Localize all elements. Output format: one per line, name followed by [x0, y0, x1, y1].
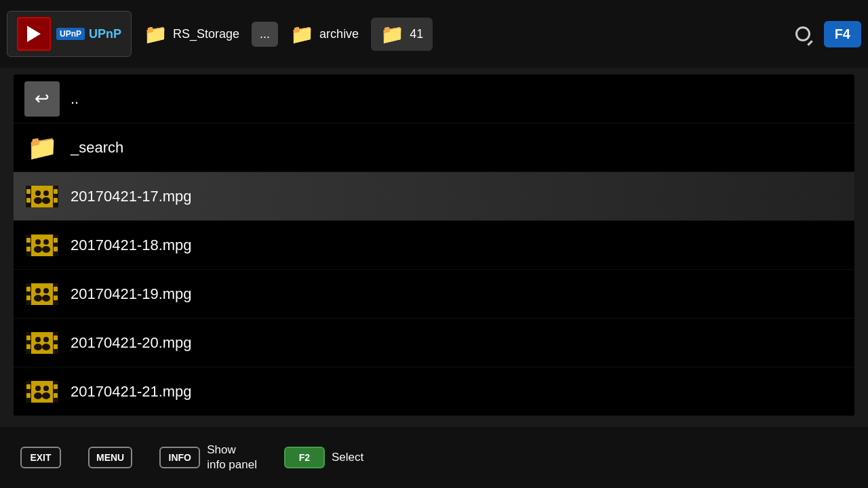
- video-camera-svg-2: [26, 232, 58, 259]
- svg-rect-28: [54, 296, 58, 300]
- svg-point-32: [42, 295, 50, 302]
- upnp-label: UPnP UPnP: [56, 27, 121, 41]
- svg-rect-46: [53, 381, 58, 403]
- f2-button[interactable]: F2 Select: [284, 447, 363, 468]
- svg-rect-25: [26, 287, 31, 291]
- svg-rect-17: [54, 247, 58, 251]
- search-button[interactable]: [787, 18, 818, 49]
- svg-rect-1: [26, 186, 31, 207]
- f2-badge[interactable]: F2: [284, 447, 325, 468]
- top-right-controls: F4: [787, 18, 861, 49]
- svg-rect-48: [26, 393, 31, 398]
- video-label-2: 20170421-18.mpg: [71, 237, 192, 254]
- svg-rect-34: [26, 332, 31, 354]
- svg-rect-2: [53, 186, 58, 207]
- back-row[interactable]: ↩ ..: [14, 75, 854, 123]
- upnp-nav-item[interactable]: UPnP UPnP: [7, 11, 132, 57]
- video-row-3[interactable]: 20170421-19.mpg: [14, 270, 854, 319]
- svg-point-7: [35, 190, 41, 196]
- menu-badge[interactable]: MENU: [88, 447, 132, 468]
- svg-rect-27: [54, 287, 58, 291]
- file-list: ↩ .. 📁 _search 20170421-17: [14, 75, 854, 416]
- video-row-2[interactable]: 20170421-18.mpg: [14, 221, 854, 270]
- svg-rect-24: [53, 283, 58, 305]
- svg-rect-4: [26, 198, 31, 203]
- video-camera-svg-5: [26, 378, 58, 405]
- rs-storage-label: RS_Storage: [173, 27, 239, 41]
- 41-label: 41: [410, 27, 423, 41]
- back-icon: ↩: [24, 81, 60, 117]
- svg-rect-37: [26, 344, 31, 349]
- svg-rect-26: [26, 296, 31, 300]
- svg-point-43: [42, 344, 50, 350]
- upnp-badge: UPnP: [56, 28, 85, 40]
- play-icon-box: [17, 17, 51, 51]
- menu-button[interactable]: MENU: [88, 447, 132, 468]
- svg-rect-5: [54, 189, 58, 194]
- back-arrow-icon: ↩: [35, 88, 50, 109]
- upnp-text: UPnP: [89, 27, 121, 41]
- svg-rect-6: [54, 198, 58, 203]
- f2-label: Select: [332, 450, 363, 465]
- svg-point-41: [34, 344, 42, 350]
- video-label-5: 20170421-21.mpg: [71, 383, 192, 401]
- video-label-4: 20170421-20.mpg: [71, 334, 192, 352]
- svg-rect-50: [54, 393, 58, 398]
- svg-point-42: [43, 337, 49, 342]
- svg-point-20: [43, 239, 49, 245]
- info-label: Showinfo panel: [207, 443, 257, 472]
- play-icon: [27, 26, 41, 42]
- nav-archive[interactable]: 📁 archive: [281, 18, 368, 51]
- f4-button[interactable]: F4: [824, 21, 861, 47]
- svg-point-21: [42, 246, 50, 253]
- svg-rect-47: [26, 384, 31, 389]
- svg-rect-49: [54, 384, 58, 389]
- svg-point-29: [35, 288, 41, 293]
- svg-point-9: [43, 190, 49, 196]
- info-badge[interactable]: INFO: [159, 447, 200, 468]
- svg-point-52: [34, 392, 42, 399]
- exit-button[interactable]: EXIT: [20, 447, 61, 468]
- folder-icon-41: 📁: [380, 23, 404, 45]
- svg-rect-3: [26, 189, 31, 194]
- svg-rect-39: [54, 344, 58, 349]
- video-camera-svg: [26, 183, 58, 210]
- nav-rs-storage[interactable]: 📁 RS_Storage: [134, 18, 249, 51]
- search-icon: [795, 26, 810, 41]
- video-file-icon-5: [24, 378, 60, 405]
- svg-point-54: [42, 392, 50, 399]
- video-camera-svg-4: [26, 329, 58, 357]
- svg-point-53: [43, 386, 49, 391]
- back-label: ..: [71, 90, 79, 108]
- folder-icon: 📁: [144, 23, 167, 45]
- svg-rect-16: [54, 238, 58, 243]
- svg-rect-45: [26, 381, 31, 403]
- video-file-icon-1: [24, 183, 60, 210]
- svg-point-40: [35, 337, 41, 342]
- exit-badge[interactable]: EXIT: [20, 447, 61, 468]
- folder-icon-archive: 📁: [290, 23, 314, 45]
- video-label-3: 20170421-19.mpg: [71, 285, 192, 303]
- info-button[interactable]: INFO Showinfo panel: [159, 443, 257, 472]
- video-label-1: 20170421-17.mpg: [71, 188, 192, 205]
- top-navigation-bar: UPnP UPnP 📁 RS_Storage ... 📁 archive 📁 4…: [0, 0, 868, 68]
- video-row-5[interactable]: 20170421-21.mpg: [14, 367, 854, 416]
- nav-41[interactable]: 📁 41: [371, 18, 433, 51]
- video-row-1[interactable]: 20170421-17.mpg: [14, 172, 854, 221]
- breadcrumb-ellipsis[interactable]: ...: [252, 22, 278, 47]
- svg-point-30: [34, 295, 42, 302]
- video-file-icon-3: [24, 281, 60, 308]
- search-folder-row[interactable]: 📁 _search: [14, 123, 854, 172]
- svg-rect-12: [26, 235, 31, 256]
- video-file-icon-2: [24, 232, 60, 259]
- svg-point-8: [34, 197, 42, 204]
- svg-rect-38: [54, 336, 58, 340]
- svg-point-19: [34, 246, 42, 253]
- folder-row-icon: 📁: [24, 134, 60, 162]
- archive-label: archive: [319, 27, 359, 41]
- video-camera-svg-3: [26, 281, 58, 308]
- svg-point-51: [35, 386, 41, 391]
- svg-rect-15: [26, 247, 31, 251]
- search-folder-label: _search: [71, 139, 123, 157]
- video-row-4[interactable]: 20170421-20.mpg: [14, 319, 854, 367]
